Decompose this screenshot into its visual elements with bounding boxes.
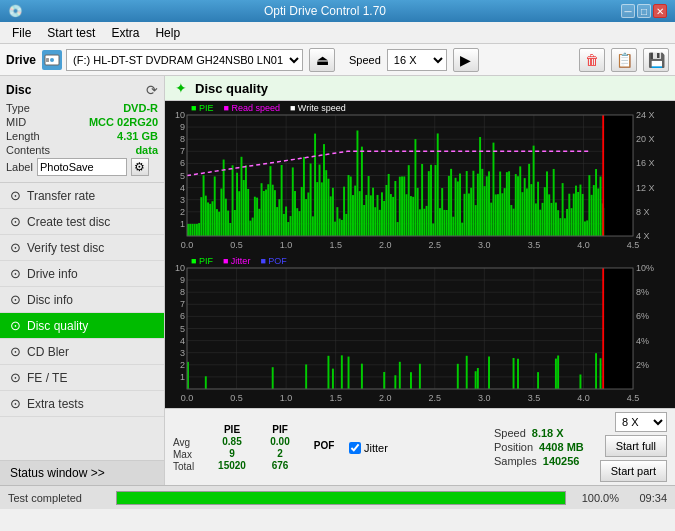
samples-label: Samples <box>494 455 537 467</box>
close-button[interactable]: ✕ <box>653 4 667 18</box>
sidebar-label-cd-bler: CD Bler <box>27 345 69 359</box>
sidebar-item-cd-bler[interactable]: ⊙ CD Bler <box>0 339 164 365</box>
bottom-bar: Test completed 100.0% 09:34 <box>0 485 675 509</box>
toolbar: Drive (F:) HL-DT-ST DVDRAM GH24NSB0 LN01… <box>0 44 675 76</box>
speed-label: Speed <box>349 54 381 66</box>
start-full-button[interactable]: Start full <box>605 435 667 457</box>
speed-action-button[interactable]: ▶ <box>453 48 479 72</box>
progress-bar-fill <box>117 492 565 504</box>
test-speed-dropdown[interactable]: 8 X4 X16 X <box>615 412 667 432</box>
title-bar: 💿 Opti Drive Control 1.70 ─ □ ✕ <box>0 0 675 22</box>
charts-area <box>165 101 675 408</box>
fe-te-icon: ⊙ <box>10 370 21 385</box>
avg-label: Avg <box>173 437 203 448</box>
label-key: Label <box>6 161 33 173</box>
menu-help[interactable]: Help <box>147 24 188 42</box>
drive-info-icon: ⊙ <box>10 266 21 281</box>
status-window-button[interactable]: Status window >> <box>0 460 164 485</box>
disc-arrow-icon[interactable]: ⟳ <box>146 82 158 98</box>
speed-info: Speed 8.18 X Position 4408 MB Samples 14… <box>494 427 584 467</box>
pie-avg: 0.85 <box>222 436 241 447</box>
sidebar-label-create-test-disc: Create test disc <box>27 215 110 229</box>
position-label: Position <box>494 441 533 453</box>
pif-chart <box>165 254 675 407</box>
stats-row: Avg Max Total PIE 0.85 9 15020 PIF 0.00 … <box>165 408 675 485</box>
drive-action-button[interactable]: ⏏ <box>309 48 335 72</box>
erase-button[interactable]: 🗑 <box>579 48 605 72</box>
speed-select-row: 8 X4 X16 X <box>615 412 667 432</box>
jitter-checkbox[interactable] <box>349 442 361 454</box>
start-part-button[interactable]: Start part <box>600 460 667 482</box>
sidebar-label-disc-quality: Disc quality <box>27 319 88 333</box>
status-text: Test completed <box>8 492 108 504</box>
sidebar-menu: ⊙ Transfer rate ⊙ Create test disc ⊙ Ver… <box>0 183 164 460</box>
create-test-disc-icon: ⊙ <box>10 214 21 229</box>
sidebar-label-extra-tests: Extra tests <box>27 397 84 411</box>
sidebar-item-disc-quality[interactable]: ⊙ Disc quality <box>0 313 164 339</box>
app-icon: 💿 <box>8 4 23 18</box>
sidebar-item-create-test-disc[interactable]: ⊙ Create test disc <box>0 209 164 235</box>
pie-max: 9 <box>229 448 235 459</box>
cd-bler-icon: ⊙ <box>10 344 21 359</box>
transfer-rate-icon: ⊙ <box>10 188 21 203</box>
disc-quality-title: Disc quality <box>195 81 268 96</box>
samples-value: 140256 <box>543 455 580 467</box>
progress-percent: 100.0% <box>574 492 619 504</box>
menu-extra[interactable]: Extra <box>103 24 147 42</box>
minimize-button[interactable]: ─ <box>621 4 635 18</box>
drive-select-area: (F:) HL-DT-ST DVDRAM GH24NSB0 LN01 <box>42 49 303 71</box>
menu-start-test[interactable]: Start test <box>39 24 103 42</box>
sidebar-item-drive-info[interactable]: ⊙ Drive info <box>0 261 164 287</box>
speed-label: Speed <box>494 427 526 439</box>
speed-value: 8.18 X <box>532 427 564 439</box>
maximize-button[interactable]: □ <box>637 4 651 18</box>
verify-test-disc-icon: ⊙ <box>10 240 21 255</box>
sidebar-label-disc-info: Disc info <box>27 293 73 307</box>
menu-file[interactable]: File <box>4 24 39 42</box>
pie-header: PIE <box>224 424 240 435</box>
pif-avg: 0.00 <box>270 436 289 447</box>
progress-bar-container <box>116 491 566 505</box>
jitter-label: Jitter <box>364 442 388 454</box>
position-value: 4408 MB <box>539 441 584 453</box>
disc-info-panel: Disc ⟳ Type DVD-R MID MCC 02RG20 Length … <box>0 76 164 183</box>
disc-info-icon: ⊙ <box>10 292 21 307</box>
mid-label: MID <box>6 116 26 128</box>
menu-bar: File Start test Extra Help <box>0 22 675 44</box>
total-label: Total <box>173 461 203 472</box>
svg-point-1 <box>50 58 54 62</box>
left-panel: Disc ⟳ Type DVD-R MID MCC 02RG20 Length … <box>0 76 165 485</box>
drive-icon <box>42 50 62 70</box>
length-label: Length <box>6 130 40 142</box>
pif-header: PIF <box>272 424 288 435</box>
sidebar-item-disc-info[interactable]: ⊙ Disc info <box>0 287 164 313</box>
contents-label: Contents <box>6 144 50 156</box>
sidebar-item-extra-tests[interactable]: ⊙ Extra tests <box>0 391 164 417</box>
pif-max: 2 <box>277 448 283 459</box>
disc-quality-header: ✦ Disc quality <box>165 76 675 101</box>
sidebar-item-verify-test-disc[interactable]: ⊙ Verify test disc <box>0 235 164 261</box>
sidebar-item-fe-te[interactable]: ⊙ FE / TE <box>0 365 164 391</box>
type-label: Type <box>6 102 30 114</box>
pif-total: 676 <box>272 460 289 471</box>
disc-quality-header-icon: ✦ <box>175 80 187 96</box>
drive-dropdown[interactable]: (F:) HL-DT-ST DVDRAM GH24NSB0 LN01 <box>66 49 303 71</box>
sidebar-item-transfer-rate[interactable]: ⊙ Transfer rate <box>0 183 164 209</box>
label-settings-button[interactable]: ⚙ <box>131 158 149 176</box>
sidebar-label-fe-te: FE / TE <box>27 371 67 385</box>
jitter-check-area: Jitter <box>349 440 388 454</box>
mid-value: MCC 02RG20 <box>89 116 158 128</box>
disc-section-title: Disc <box>6 83 31 97</box>
copy-button[interactable]: 📋 <box>611 48 637 72</box>
main-layout: Disc ⟳ Type DVD-R MID MCC 02RG20 Length … <box>0 76 675 485</box>
type-value: DVD-R <box>123 102 158 114</box>
length-value: 4.31 GB <box>117 130 158 142</box>
sidebar-label-drive-info: Drive info <box>27 267 78 281</box>
status-window-label: Status window >> <box>10 466 105 480</box>
right-panel: ✦ Disc quality Avg Max Total PIE 0.85 9 … <box>165 76 675 485</box>
save-button[interactable]: 💾 <box>643 48 669 72</box>
drive-label: Drive <box>6 53 36 67</box>
label-input[interactable] <box>37 158 127 176</box>
speed-dropdown[interactable]: 16 X 8 X MAX <box>387 49 447 71</box>
pie-total: 15020 <box>218 460 246 471</box>
